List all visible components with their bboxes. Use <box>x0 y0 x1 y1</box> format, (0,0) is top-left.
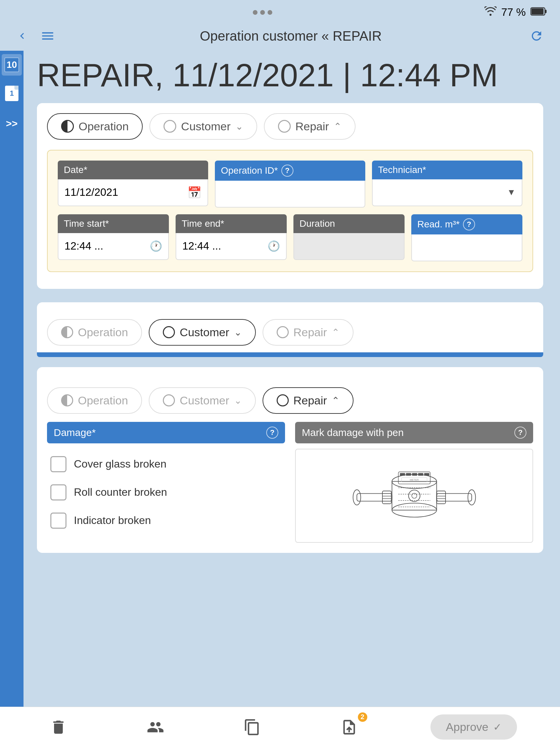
repair-chevron-up-2: ⌃ <box>332 327 340 338</box>
technician-field-group: Technician* ▼ <box>372 160 523 208</box>
users-button[interactable] <box>140 715 171 739</box>
customer-chevron-down-3: ⌄ <box>234 395 242 406</box>
svg-rect-1 <box>545 10 546 13</box>
battery-icon <box>530 6 546 19</box>
checkbox-cover-glass-box[interactable] <box>50 456 66 472</box>
duration-input <box>293 233 404 260</box>
wifi-icon <box>484 6 497 19</box>
time-end-field-group: Time end* 12:44 ... 🕐 <box>176 214 287 261</box>
operation-id-text-input[interactable] <box>221 187 358 200</box>
operation-tab-icon-3 <box>61 394 73 406</box>
blue-progress-bar <box>37 352 543 357</box>
svg-rect-21 <box>436 491 446 504</box>
read-help-icon[interactable]: ? <box>463 218 475 230</box>
svg-rect-2 <box>531 8 543 15</box>
checkbox-indicator[interactable]: Indicator broken <box>47 507 285 535</box>
tab-customer-3[interactable]: Customer ⌄ <box>149 387 256 414</box>
sidebar: 10 1 >> <box>0 51 24 737</box>
tab-repair-3[interactable]: Repair ⌃ <box>263 387 353 414</box>
export-button[interactable]: 2 <box>334 715 365 739</box>
customer-section-tabs: Operation Customer ⌄ Repair ⌃ <box>37 302 543 352</box>
read-field-group: Read. m³* ? <box>411 214 523 261</box>
time-start-field-group: Time start* 12:44 ... 🕐 <box>58 214 169 261</box>
date-input[interactable]: 11/12/2021 📅 <box>58 179 208 206</box>
mark-damage-header: Mark damage with pen ? <box>295 422 533 443</box>
battery-text: 77 % <box>501 6 526 19</box>
operation-id-label: Operation ID* ? <box>215 160 365 181</box>
damage-header: Damage* ? <box>47 422 285 443</box>
mark-damage-help-icon[interactable]: ? <box>514 427 527 439</box>
technician-input[interactable]: ▼ <box>372 179 523 206</box>
svg-rect-8 <box>406 473 411 475</box>
time-start-clock-icon: 🕐 <box>150 240 162 252</box>
read-input[interactable] <box>411 234 523 261</box>
date-field-group: Date* 11/12/2021 📅 <box>58 160 208 208</box>
sidebar-item-pages[interactable]: 10 <box>2 54 22 76</box>
export-notification-badge: 2 <box>358 713 367 722</box>
checkbox-roll-counter[interactable]: Roll counter broken <box>47 478 285 507</box>
sidebar-item-doc[interactable]: 1 <box>2 82 22 104</box>
copy-button[interactable] <box>237 715 268 739</box>
svg-point-30 <box>408 490 420 501</box>
svg-text:METER: METER <box>409 478 419 481</box>
svg-rect-19 <box>436 493 472 501</box>
refresh-button[interactable] <box>527 26 546 46</box>
svg-rect-14 <box>382 491 392 504</box>
operation-tab-icon-2 <box>61 326 73 338</box>
status-bar: 77 % <box>0 0 560 21</box>
repair-chevron-up-3: ⌃ <box>332 395 340 406</box>
time-end-label: Time end* <box>176 214 287 233</box>
operation-section: Operation Customer ⌄ Repair ⌃ <box>37 103 543 289</box>
delete-button[interactable] <box>43 715 74 739</box>
operation-id-input[interactable] <box>215 181 365 208</box>
svg-rect-11 <box>424 473 429 475</box>
time-start-input[interactable]: 12:44 ... 🕐 <box>58 233 169 260</box>
checkbox-roll-counter-box[interactable] <box>50 484 66 500</box>
status-dots <box>253 10 272 15</box>
checkbox-roll-counter-label: Roll counter broken <box>74 486 167 498</box>
date-label: Date* <box>58 160 208 179</box>
customer-chevron-down-2: ⌄ <box>234 327 242 338</box>
damage-left: Damage* ? Cover glass broken Roll counte… <box>47 422 285 543</box>
list-button[interactable] <box>40 29 55 43</box>
technician-arrow: ▼ <box>507 187 516 198</box>
customer-tab-icon-3 <box>163 394 175 406</box>
approve-check-icon: ✓ <box>493 721 502 733</box>
water-meter-image[interactable]: METER <box>295 449 533 543</box>
tab-operation-2[interactable]: Operation <box>47 319 142 345</box>
svg-rect-12 <box>357 493 392 501</box>
status-right: 77 % <box>484 6 546 19</box>
back-button[interactable] <box>14 27 31 45</box>
tab-operation-3[interactable]: Operation <box>47 387 142 414</box>
customer-tab-icon-1 <box>163 120 176 133</box>
technician-label: Technician* <box>372 160 523 179</box>
read-label: Read. m³* ? <box>411 214 523 234</box>
repair-chevron-up-1: ⌃ <box>334 121 342 132</box>
checkbox-cover-glass[interactable]: Cover glass broken <box>47 450 285 478</box>
checkbox-indicator-box[interactable] <box>50 513 66 529</box>
operation-id-help-icon[interactable]: ? <box>281 164 293 177</box>
sidebar-expand-button[interactable]: >> <box>2 114 21 133</box>
damage-right: Mark damage with pen ? <box>295 422 533 543</box>
tab-customer-2[interactable]: Customer ⌄ <box>149 319 256 345</box>
duration-label: Duration <box>293 214 404 233</box>
repair-section: Operation Customer ⌄ Repair ⌃ Damage* <box>37 367 543 553</box>
checkbox-indicator-label: Indicator broken <box>74 514 151 527</box>
tab-customer-1[interactable]: Customer ⌄ <box>150 113 257 140</box>
read-text-input[interactable] <box>418 241 516 254</box>
water-meter-svg: METER <box>350 456 478 536</box>
time-end-clock-icon: 🕐 <box>268 240 280 252</box>
tab-operation[interactable]: Operation <box>47 113 143 140</box>
damage-help-icon[interactable]: ? <box>266 427 278 439</box>
approve-label: Approve <box>446 720 488 733</box>
tab-repair-1[interactable]: Repair ⌃ <box>264 113 355 140</box>
approve-button[interactable]: Approve ✓ <box>430 715 517 740</box>
repair-tab-icon-1 <box>278 120 291 133</box>
operation-id-field-group: Operation ID* ? <box>215 160 365 208</box>
tab-repair-2[interactable]: Repair ⌃ <box>263 319 353 345</box>
time-end-input[interactable]: 12:44 ... 🕐 <box>176 233 287 260</box>
customer-tab-icon-2 <box>163 326 175 338</box>
technician-text-input[interactable] <box>379 186 502 199</box>
duration-field-group: Duration <box>293 214 404 261</box>
svg-rect-4 <box>392 481 436 510</box>
